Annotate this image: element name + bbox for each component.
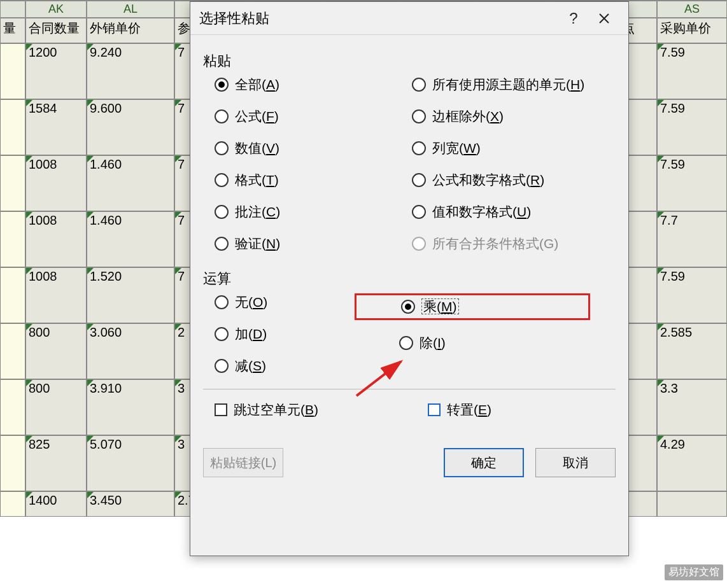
cell[interactable] xyxy=(0,379,25,435)
radio-icon xyxy=(399,336,413,350)
cell[interactable]: 3.060 xyxy=(87,323,174,379)
radio-icon xyxy=(412,78,426,92)
cell[interactable]: 采购单价 xyxy=(657,18,727,43)
cell[interactable] xyxy=(0,155,25,211)
cell[interactable]: 3.910 xyxy=(87,379,174,435)
cell[interactable]: 1008 xyxy=(25,267,87,323)
cell[interactable]: 合同数量 xyxy=(25,18,87,43)
paste-option-radio[interactable]: 所有使用源主题的单元(H) xyxy=(412,76,590,94)
paste-link-button[interactable]: 粘贴链接(L) xyxy=(203,448,283,477)
radio-icon xyxy=(412,141,426,155)
checkbox-icon xyxy=(428,403,441,416)
cell[interactable] xyxy=(0,211,25,267)
col-header-ak[interactable]: AK xyxy=(25,0,87,18)
paste-option-radio[interactable]: 列宽(W) xyxy=(412,139,590,157)
paste-option-radio[interactable]: 格式(T) xyxy=(215,171,393,189)
paste-option-radio[interactable]: 验证(N) xyxy=(215,235,393,253)
cell[interactable]: 3.3 xyxy=(657,379,727,435)
close-button[interactable] xyxy=(589,3,619,34)
paste-option-radio: 所有合并条件格式(G) xyxy=(412,235,590,253)
cell[interactable]: 7.59 xyxy=(657,267,727,323)
cell[interactable]: 1584 xyxy=(25,99,87,155)
cell[interactable]: 1.460 xyxy=(87,155,174,211)
cell[interactable] xyxy=(0,491,25,517)
radio-icon xyxy=(412,237,426,251)
cell[interactable]: 1400 xyxy=(25,491,87,517)
radio-icon xyxy=(215,327,229,341)
col-header[interactable] xyxy=(0,0,25,18)
cell[interactable]: 3.450 xyxy=(87,491,174,517)
radio-icon xyxy=(215,78,229,92)
dialog-title: 选择性粘贴 xyxy=(199,9,558,28)
cell[interactable]: 800 xyxy=(25,323,87,379)
radio-icon xyxy=(215,109,229,123)
radio-icon xyxy=(401,300,415,314)
cell[interactable] xyxy=(0,435,25,491)
cell[interactable]: 1.520 xyxy=(87,267,174,323)
cell[interactable] xyxy=(0,99,25,155)
paste-option-radio[interactable]: 边框除外(X) xyxy=(412,108,590,125)
close-icon xyxy=(598,13,610,24)
paste-special-dialog: 选择性粘贴 ? 粘贴 全部(A)公式(F)数值(V)格式(T)批注(C)验证(N… xyxy=(190,1,629,556)
operation-option-radio[interactable]: 乘(M) xyxy=(401,298,459,316)
ok-button[interactable]: 确定 xyxy=(444,448,524,477)
cell[interactable]: 9.600 xyxy=(87,99,174,155)
cell[interactable]: 2.585 xyxy=(657,323,727,379)
cancel-button[interactable]: 取消 xyxy=(535,448,616,477)
cell[interactable]: 825 xyxy=(25,435,87,491)
paste-option-radio[interactable]: 全部(A) xyxy=(215,76,393,94)
radio-icon xyxy=(215,141,229,155)
checkbox-icon xyxy=(215,403,227,416)
cell[interactable] xyxy=(0,323,25,379)
radio-icon xyxy=(215,359,229,373)
paste-option-radio[interactable]: 公式和数字格式(R) xyxy=(412,171,590,189)
cell[interactable]: 7.7 xyxy=(657,211,727,267)
cell[interactable]: 7.59 xyxy=(657,43,727,99)
radio-icon xyxy=(412,109,426,123)
col-header-as[interactable]: AS xyxy=(657,0,727,18)
cell[interactable] xyxy=(0,267,25,323)
operation-option-radio[interactable]: 除(I) xyxy=(399,334,577,352)
cell[interactable] xyxy=(0,43,25,99)
cell[interactable]: 量 xyxy=(0,18,25,43)
cell[interactable]: 1.460 xyxy=(87,211,174,267)
radio-icon xyxy=(215,295,229,309)
radio-icon xyxy=(215,237,229,251)
transpose-checkbox[interactable]: 转置(E) xyxy=(428,401,616,419)
help-button[interactable]: ? xyxy=(558,3,589,34)
cell[interactable]: 1008 xyxy=(25,211,87,267)
radio-icon xyxy=(412,173,426,187)
paste-option-radio[interactable]: 数值(V) xyxy=(215,139,393,157)
cell[interactable]: 1200 xyxy=(25,43,87,99)
cell[interactable]: 9.240 xyxy=(87,43,174,99)
paste-option-radio[interactable]: 值和数字格式(U) xyxy=(412,203,590,221)
paste-option-radio[interactable]: 公式(F) xyxy=(215,108,393,125)
cell[interactable]: 800 xyxy=(25,379,87,435)
cell[interactable]: 1008 xyxy=(25,155,87,211)
divider xyxy=(203,389,616,389)
cell[interactable]: 5.070 xyxy=(87,435,174,491)
operation-option-radio[interactable]: 加(D) xyxy=(215,325,380,343)
paste-section-label: 粘贴 xyxy=(203,52,616,71)
operation-option-radio[interactable]: 减(S) xyxy=(215,357,380,375)
cell[interactable]: 7.59 xyxy=(657,155,727,211)
radio-icon xyxy=(215,205,229,219)
col-header-al[interactable]: AL xyxy=(87,0,174,18)
cell[interactable]: 7.59 xyxy=(657,99,727,155)
skip-blank-checkbox[interactable]: 跳过空单元(B) xyxy=(215,401,402,419)
dialog-titlebar: 选择性粘贴 ? xyxy=(190,2,628,35)
radio-icon xyxy=(412,205,426,219)
operation-section-label: 运算 xyxy=(203,269,616,288)
cell[interactable]: 4.29 xyxy=(657,435,727,491)
paste-option-radio[interactable]: 批注(C) xyxy=(215,203,393,221)
cell[interactable] xyxy=(657,491,727,517)
watermark: 易坊好文馆 xyxy=(665,564,723,580)
cell[interactable]: 外销单价 xyxy=(87,18,174,43)
radio-icon xyxy=(215,173,229,187)
